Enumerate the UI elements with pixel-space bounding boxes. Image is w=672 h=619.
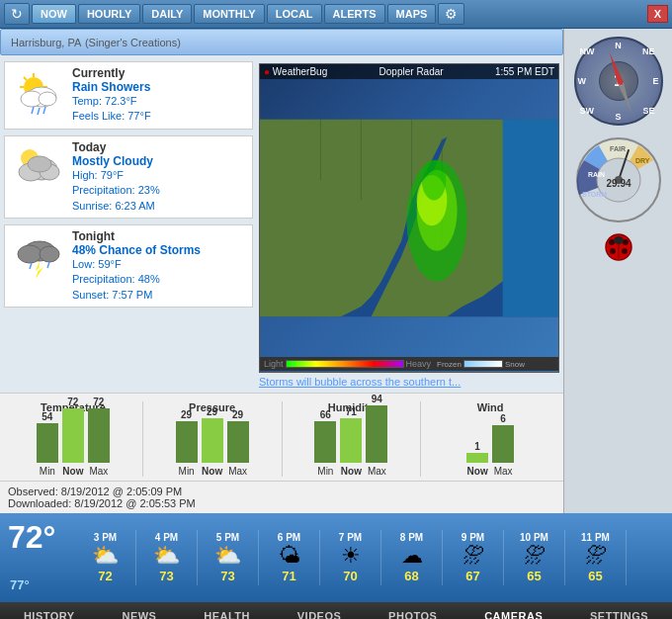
svg-point-20 (40, 246, 59, 262)
stats-section: Temperature 54 Min 72 Now 72 (0, 393, 563, 481)
pressure-now-bar: 29 Now (202, 406, 223, 477)
current-label: Currently (72, 66, 248, 80)
today-weather-icon (9, 140, 68, 195)
forecast-items: 3 PM ⛅ 72 4 PM ⛅ 73 5 PM ⛅ 73 6 PM 🌤 71 … (75, 530, 668, 585)
nav-item-settings[interactable]: SETTINGS (582, 606, 656, 619)
feels-like-temp: 77° (10, 577, 30, 592)
pressure-gauge: RAIN FAIR DRY STORM 29.94 (574, 135, 663, 224)
settings-button[interactable]: ⚙ (438, 3, 464, 25)
svg-point-19 (18, 245, 42, 263)
forecast-temp: 68 (404, 569, 418, 583)
forecast-strip: 72° 77° 3 PM ⛅ 72 4 PM ⛅ 73 5 PM ⛅ 73 6 … (0, 513, 672, 602)
forecast-time: 7 PM (339, 532, 362, 543)
weatherbug-logo (604, 232, 633, 265)
compass: N NE E SE S SW W NW 1 (574, 37, 663, 126)
svg-marker-29 (606, 51, 624, 87)
monthly-button[interactable]: MONTHLY (194, 4, 264, 24)
forecast-time: 8 PM (400, 532, 423, 543)
nav-item-health[interactable]: HEALTH (196, 606, 258, 619)
temp-bars: 54 Min 72 Now 72 Max (8, 417, 138, 477)
today-condition: Mostly Cloudy (72, 154, 248, 168)
forecast-icon: ⛈ (585, 543, 607, 569)
nav-item-history[interactable]: HISTORY (16, 606, 83, 619)
forecast-temp: 70 (343, 569, 357, 583)
wind-stats: Wind 1 Now 6 Max (425, 401, 555, 477)
nav-item-videos[interactable]: VIDEOS (290, 606, 350, 619)
forecast-icon: ⛅ (214, 543, 241, 569)
current-temp: Temp: 72.3°F (72, 94, 248, 109)
forecast-icon: ⛅ (153, 543, 180, 569)
svg-text:FAIR: FAIR (610, 145, 626, 152)
hourly-button[interactable]: HOURLY (78, 4, 140, 24)
divider-3 (420, 401, 421, 477)
svg-marker-21 (36, 261, 43, 279)
wind-max-bar: 6 Max (492, 413, 514, 477)
temp-max-bar: 72 Max (88, 397, 110, 477)
current-condition: Rain Showers (72, 80, 248, 94)
tonight-condition: 48% Chance of Storms (72, 243, 248, 257)
forecast-temp: 65 (588, 569, 602, 583)
forecast-item: 10 PM ⛈ 65 (504, 530, 565, 585)
pressure-stats: Pressure 29 Min 29 Now 29 (147, 401, 278, 477)
forecast-temp: 65 (527, 569, 541, 583)
daily-button[interactable]: DAILY (142, 4, 192, 24)
today-high: High: 79°F (72, 168, 248, 183)
forecast-item: 5 PM ⛅ 73 (198, 530, 259, 585)
nav-item-photos[interactable]: PHOTOS (380, 606, 445, 619)
radar-news-link[interactable]: Storms will bubble across the southern t… (259, 373, 559, 391)
forecast-item: 11 PM ⛈ 65 (565, 530, 627, 585)
tonight-sunset: Sunset: 7:57 PM (72, 288, 248, 303)
today-precip: Precipitation: 23% (72, 183, 248, 198)
now-button[interactable]: NOW (32, 4, 76, 24)
maps-button[interactable]: MAPS (387, 4, 437, 24)
alerts-button[interactable]: ALERTS (324, 4, 385, 24)
observed-line2: Downloaded: 8/19/2012 @ 2:05:53 PM (8, 497, 555, 509)
radar-time: 1:55 PM EDT (495, 66, 554, 77)
forecast-item: 9 PM ⛈ 67 (443, 530, 504, 585)
observed-section: Observed: 8/19/2012 @ 2:05:09 PM Downloa… (0, 481, 563, 513)
svg-point-9 (39, 92, 56, 106)
forecast-time: 6 PM (278, 532, 300, 543)
compass-circle: N NE E SE S SW W NW 1 (574, 37, 663, 126)
local-button[interactable]: LOCAL (267, 4, 322, 24)
current-weather-info: Currently Rain Showers Temp: 72.3°F Feel… (68, 66, 248, 125)
forecast-icon: ☁ (401, 543, 423, 569)
tonight-low: Low: 59°F (72, 257, 248, 272)
tonight-weather: Tonight 48% Chance of Storms Low: 59°F P… (4, 224, 253, 308)
close-button[interactable]: X (647, 5, 668, 23)
radar-map[interactable]: ● WeatherBug Doppler Radar 1:55 PM EDT (259, 63, 559, 373)
temp-now-bar: 72 Now (62, 397, 84, 477)
wind-now-bar: 1 Now (466, 441, 488, 477)
location-source: (Singer's Creations) (85, 37, 181, 48)
forecast-time: 3 PM (94, 532, 117, 543)
current-feels: Feels Like: 77°F (72, 109, 248, 124)
today-sunrise: Sunrise: 6:23 AM (72, 199, 248, 214)
forecast-time: 11 PM (581, 532, 610, 543)
right-panel: N NE E SE S SW W NW 1 (563, 29, 672, 513)
forecast-icon: ☀ (341, 543, 361, 569)
tonight-weather-icon (9, 229, 68, 284)
tonight-weather-info: Tonight 48% Chance of Storms Low: 59°F P… (68, 229, 248, 303)
svg-line-5 (24, 77, 27, 80)
bottom-nav: HISTORYNEWSHEALTHVIDEOSPHOTOSCAMERASSETT… (0, 602, 672, 619)
divider-2 (282, 401, 283, 477)
svg-point-46 (614, 236, 624, 244)
forecast-icon: ⛈ (524, 543, 546, 569)
svg-line-12 (43, 107, 45, 114)
tonight-label: Tonight (72, 229, 248, 243)
forecast-temp: 71 (282, 569, 295, 583)
nav-item-news[interactable]: NEWS (114, 606, 164, 619)
humidity-max-bar: 94 Max (366, 394, 387, 477)
svg-text:29.94: 29.94 (606, 178, 630, 189)
forecast-icon: 🌤 (279, 543, 300, 569)
svg-text:DRY: DRY (635, 157, 650, 164)
svg-text:STORM: STORM (582, 191, 607, 198)
forecast-temp: 73 (220, 569, 234, 583)
svg-line-11 (38, 108, 40, 115)
nav-item-cameras[interactable]: CAMERAS (476, 606, 550, 619)
forecast-item: 3 PM ⛅ 72 (75, 530, 136, 585)
refresh-button[interactable]: ↻ (4, 3, 30, 25)
today-weather-info: Today Mostly Cloudy High: 79°F Precipita… (68, 140, 248, 214)
temp-min-bar: 54 Min (37, 411, 58, 477)
pressure-max-bar: 29 Max (227, 409, 249, 477)
